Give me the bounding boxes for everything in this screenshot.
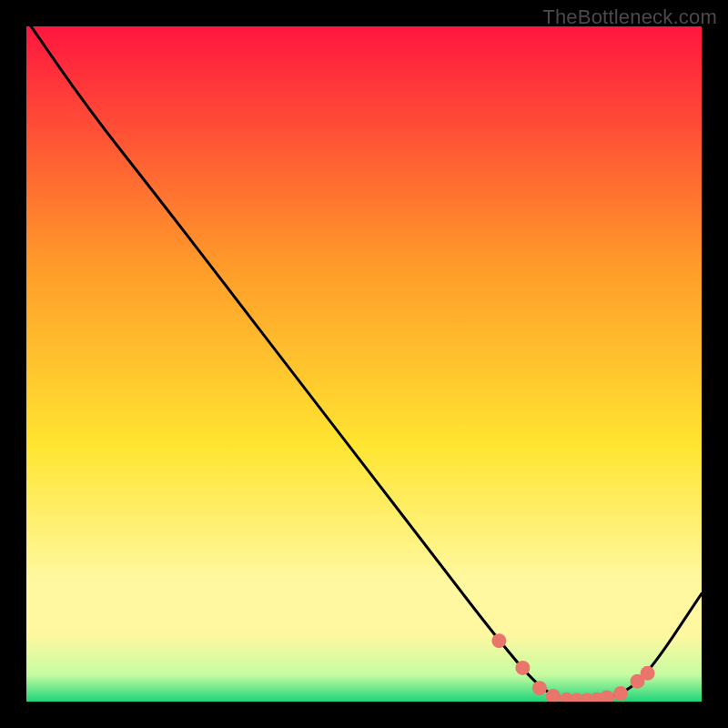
highlight-marker [515,661,530,675]
highlight-marker [532,681,547,695]
highlight-marker [491,633,506,648]
watermark-text: TheBottleneck.com [542,5,717,29]
gradient-background [26,26,702,702]
highlight-marker [641,666,655,681]
chart-frame: TheBottleneck.com [0,0,728,728]
bottleneck-chart-svg [26,26,702,702]
plot-area [26,26,702,702]
highlight-marker [613,686,628,701]
